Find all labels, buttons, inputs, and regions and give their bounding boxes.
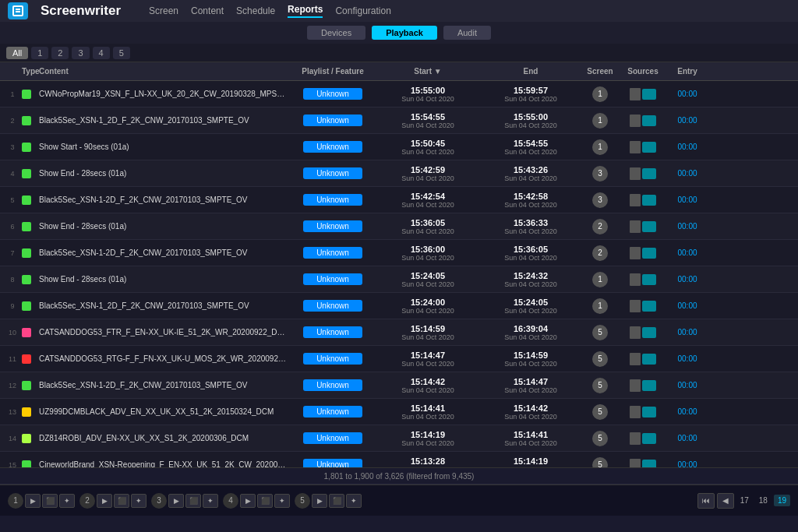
screen-5-skip[interactable]: ✦ xyxy=(346,494,362,508)
screen-badge: 2 xyxy=(592,245,608,261)
tab-3[interactable]: 3 xyxy=(72,47,89,59)
unknown-btn[interactable]: Unknown xyxy=(303,406,362,417)
unknown-btn[interactable]: Unknown xyxy=(303,220,362,232)
unknown-btn[interactable]: Unknown xyxy=(303,115,362,126)
type-indicator xyxy=(22,222,31,231)
page-first-btn[interactable]: ⏮ xyxy=(697,493,715,509)
proj-icon xyxy=(642,301,656,312)
unknown-btn[interactable]: Unknown xyxy=(303,300,362,312)
start-cell: 15:50:45 Sun 04 Oct 2020 xyxy=(377,139,478,156)
table-body: 1 CWNoPropMar19_XSN_F_LN-XX_UK_20_2K_CW_… xyxy=(0,81,798,467)
sources-cell xyxy=(619,194,667,206)
type-indicator xyxy=(22,460,31,468)
start-date: Sun 04 Oct 2020 xyxy=(377,333,478,341)
unknown-btn[interactable]: Unknown xyxy=(303,88,362,100)
unknown-btn[interactable]: Unknown xyxy=(303,247,362,259)
tab-4[interactable]: 4 xyxy=(93,47,110,59)
sources-cell xyxy=(619,432,667,445)
playback-btn[interactable]: Playback xyxy=(372,26,437,40)
start-time: 15:24:00 xyxy=(377,298,478,307)
devices-btn[interactable]: Devices xyxy=(307,26,365,40)
screen-3-stop[interactable]: ⬛ xyxy=(185,494,201,508)
screen-cell: 5 xyxy=(583,378,617,393)
screen-4-stop[interactable]: ⬛ xyxy=(257,494,273,508)
end-cell: 15:14:59 Sun 04 Oct 2020 xyxy=(480,351,581,368)
doc-icon xyxy=(630,141,641,153)
tab-5[interactable]: 5 xyxy=(113,47,130,59)
start-cell: 15:24:00 Sun 04 Oct 2020 xyxy=(377,298,478,315)
tab-2[interactable]: 2 xyxy=(51,47,69,59)
row-index: 9 xyxy=(5,302,20,310)
row-index: 10 xyxy=(5,329,20,336)
start-time: 15:14:19 xyxy=(377,430,478,439)
screen-5-controls: 5 ▶ ⬛ ✦ xyxy=(295,493,362,509)
sources-cell xyxy=(619,247,667,259)
nav-screen[interactable]: Screen xyxy=(149,5,178,16)
page-17[interactable]: 17 xyxy=(736,495,753,506)
sources-cell xyxy=(619,406,667,418)
th-start[interactable]: Start ▼ xyxy=(377,67,478,76)
unknown-btn[interactable]: Unknown xyxy=(303,194,362,206)
audit-btn[interactable]: Audit xyxy=(443,26,491,40)
screen-2-play[interactable]: ▶ xyxy=(97,494,112,508)
page-prev-btn[interactable]: ◀ xyxy=(717,493,734,509)
nav-schedule[interactable]: Schedule xyxy=(236,5,275,16)
screen-cell: 5 xyxy=(583,431,617,446)
unknown-btn[interactable]: Unknown xyxy=(303,459,362,467)
entry-cell: 00:00 xyxy=(669,222,706,231)
start-cell: 15:36:05 Sun 04 Oct 2020 xyxy=(377,218,478,235)
table-row: 15 CineworldBrand_XSN-Reopening_F_EN-XX_… xyxy=(0,452,798,467)
content-name: Black5Sec_XSN-1_2D_F_2K_CNW_20170103_SMP… xyxy=(39,301,288,310)
content-name: Black5Sec_XSN-1_2D_F_2K_CNW_20170103_SMP… xyxy=(39,116,288,125)
screen-1-stop[interactable]: ⬛ xyxy=(42,494,58,508)
screen-5-stop[interactable]: ⬛ xyxy=(329,494,344,508)
unknown-btn[interactable]: Unknown xyxy=(303,432,362,444)
nav-reports[interactable]: Reports xyxy=(288,4,323,18)
screen-3-controls: 3 ▶ ⬛ ✦ xyxy=(151,493,218,509)
unknown-btn[interactable]: Unknown xyxy=(303,273,362,285)
nav-content[interactable]: Content xyxy=(191,5,224,16)
unknown-btn[interactable]: Unknown xyxy=(303,379,362,391)
th-end[interactable]: End xyxy=(480,67,581,76)
end-time: 15:24:32 xyxy=(480,271,581,280)
screen-badge: 1 xyxy=(592,272,608,287)
screen-5-play[interactable]: ▶ xyxy=(312,494,327,508)
content-name: DZ814ROBI_ADV_EN-XX_UK_XX_S1_2K_20200306… xyxy=(39,434,288,442)
screen-1-skip[interactable]: ✦ xyxy=(59,494,75,508)
unknown-btn[interactable]: Unknown xyxy=(303,326,362,338)
page-19-active[interactable]: 19 xyxy=(774,495,790,506)
end-date: Sun 04 Oct 2020 xyxy=(480,95,581,103)
type-indicator xyxy=(22,434,31,443)
entry-cell: 00:00 xyxy=(669,354,706,363)
nav-configuration[interactable]: Configuration xyxy=(335,5,390,16)
content-name: CWNoPropMar19_XSN_F_LN-XX_UK_20_2K_CW_20… xyxy=(39,90,288,98)
screen-1-play[interactable]: ▶ xyxy=(25,494,41,508)
start-cell: 15:55:00 Sun 04 Oct 2020 xyxy=(377,86,478,103)
unknown-btn[interactable]: Unknown xyxy=(303,167,362,179)
screen-2-stop[interactable]: ⬛ xyxy=(114,494,129,508)
doc-icon xyxy=(630,220,641,233)
row-index: 6 xyxy=(5,223,20,231)
end-cell: 15:54:55 Sun 04 Oct 2020 xyxy=(480,139,581,156)
sources-cell xyxy=(619,379,667,392)
screen-4-skip[interactable]: ✦ xyxy=(274,494,290,508)
table-row: 11 CATSANDDOG53_RTG-F_F_FN-XX_UK-U_MOS_2… xyxy=(0,346,798,372)
page-18[interactable]: 18 xyxy=(755,495,772,506)
tab-1[interactable]: 1 xyxy=(31,47,48,59)
playlist-cell: Unknown xyxy=(290,88,376,100)
screen-3-skip[interactable]: ✦ xyxy=(203,494,218,508)
entry-cell: 00:00 xyxy=(669,248,706,257)
unknown-btn[interactable]: Unknown xyxy=(303,141,362,153)
screen-4-controls: 4 ▶ ⬛ ✦ xyxy=(223,493,290,509)
sources-cell xyxy=(619,88,667,100)
sources-cell xyxy=(619,115,667,127)
screen-3-play[interactable]: ▶ xyxy=(168,494,184,508)
end-cell: 15:42:58 Sun 04 Oct 2020 xyxy=(480,192,581,209)
screen-2-skip[interactable]: ✦ xyxy=(131,494,147,508)
screen-4-play[interactable]: ▶ xyxy=(240,494,256,508)
tab-all[interactable]: All xyxy=(6,47,28,59)
start-time: 15:54:55 xyxy=(377,112,478,122)
screen-badge: 2 xyxy=(592,219,608,234)
unknown-btn[interactable]: Unknown xyxy=(303,353,362,365)
table-row: 6 Show End - 28secs (01a) Unknown 15:36:… xyxy=(0,213,798,240)
